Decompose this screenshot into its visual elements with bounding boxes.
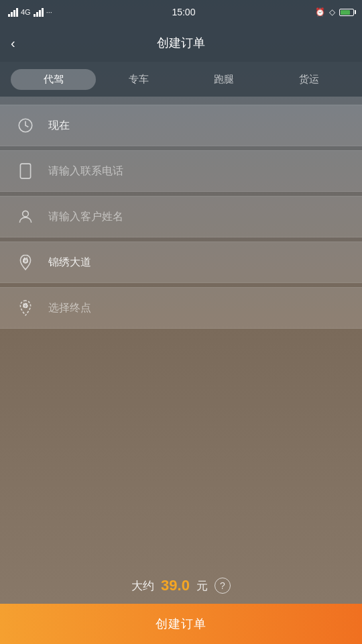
alarm-icon: ⏰ bbox=[315, 7, 325, 17]
tab-bar: 代驾 专车 跑腿 货运 bbox=[0, 62, 362, 97]
location-status-icon: ◇ bbox=[329, 7, 335, 17]
network-dots: ··· bbox=[46, 8, 52, 16]
status-left: 4G ··· bbox=[8, 8, 52, 17]
network-label: 4G bbox=[21, 8, 31, 16]
tab-zhuanche[interactable]: 专车 bbox=[96, 69, 181, 90]
bottom-area: 大约 39.0 元 ? 创建订单 bbox=[0, 565, 362, 644]
svg-text:起: 起 bbox=[23, 257, 28, 263]
tab-huoyun[interactable]: 货运 bbox=[266, 69, 351, 90]
header: ‹ 创建订单 bbox=[0, 24, 362, 62]
page-title: 创建订单 bbox=[157, 35, 205, 51]
svg-rect-1 bbox=[20, 164, 30, 178]
start-location-icon: 起 bbox=[13, 250, 38, 274]
price-prefix: 大约 bbox=[131, 578, 154, 594]
price-value: 39.0 bbox=[161, 577, 190, 594]
signal-icon bbox=[8, 8, 18, 17]
time-row[interactable]: 现在 bbox=[0, 105, 362, 146]
status-bar: 4G ··· 15:00 ⏰ ◇ bbox=[0, 0, 362, 24]
create-order-button[interactable]: 创建订单 bbox=[0, 604, 362, 644]
tab-paotui[interactable]: 跑腿 bbox=[181, 69, 266, 90]
help-button[interactable]: ? bbox=[215, 578, 231, 594]
end-location-value: 选择终点 bbox=[48, 301, 91, 315]
end-location-icon: 终 bbox=[13, 296, 38, 320]
battery-icon bbox=[339, 9, 354, 16]
start-location-value: 锦绣大道 bbox=[48, 256, 91, 270]
svg-text:终: 终 bbox=[22, 303, 29, 309]
phone-row[interactable]: 请输入联系电话 bbox=[0, 150, 362, 192]
status-time: 15:00 bbox=[172, 7, 195, 17]
tab-daijia[interactable]: 代驾 bbox=[11, 69, 96, 90]
end-location-row[interactable]: 终 选择终点 bbox=[0, 287, 362, 329]
name-placeholder: 请输入客户姓名 bbox=[48, 210, 123, 224]
signal-icon-2 bbox=[34, 8, 44, 17]
person-icon bbox=[13, 205, 38, 229]
form-section: 现在 请输入联系电话 请输入客户姓名 起 锦绣大道 bbox=[0, 105, 362, 329]
price-row: 大约 39.0 元 ? bbox=[0, 565, 362, 604]
time-value: 现在 bbox=[48, 119, 70, 133]
phone-icon bbox=[13, 159, 38, 183]
back-button[interactable]: ‹ bbox=[11, 36, 15, 51]
name-row[interactable]: 请输入客户姓名 bbox=[0, 196, 362, 237]
clock-icon bbox=[13, 113, 38, 138]
svg-point-3 bbox=[23, 211, 29, 217]
start-location-row[interactable]: 起 锦绣大道 bbox=[0, 241, 362, 283]
phone-placeholder: 请输入联系电话 bbox=[48, 164, 123, 178]
status-right: ⏰ ◇ bbox=[315, 7, 354, 17]
price-suffix: 元 bbox=[196, 578, 208, 594]
